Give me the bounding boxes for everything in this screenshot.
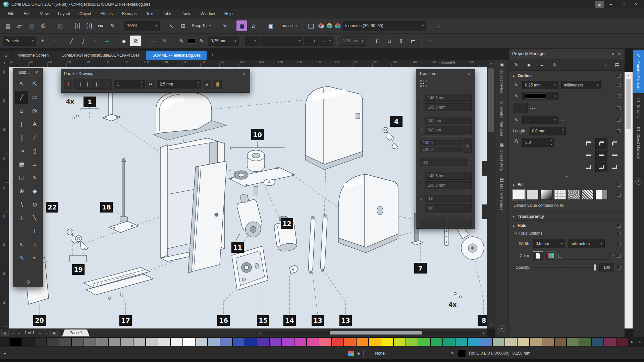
knife-tool[interactable]: ╲ <box>28 212 41 225</box>
size-height-field[interactable]: 105,0 mm <box>425 181 472 189</box>
parallel-right-button[interactable]: +| <box>102 80 111 88</box>
color-swatch[interactable] <box>393 338 406 346</box>
projection-cube-front-icon[interactable] <box>326 22 333 29</box>
property-manager-scrollbar[interactable]: ▴ <box>625 72 633 328</box>
line-end-combo[interactable]: —▾ <box>304 37 318 46</box>
no-color-swatch[interactable] <box>1 338 9 346</box>
transform-tool[interactable]: ◱ <box>15 171 28 184</box>
snap-icon[interactable]: ⊞ <box>178 20 189 31</box>
close-icon[interactable]: ✕ <box>466 71 472 76</box>
fill-uniform-button[interactable] <box>527 190 539 200</box>
color-swatch[interactable] <box>146 338 158 346</box>
trim-icon[interactable]: ⊔ <box>384 36 395 46</box>
color-swatch[interactable] <box>455 338 468 346</box>
color-swatch[interactable] <box>183 338 195 346</box>
outline-checkbox[interactable] <box>617 74 621 78</box>
print-button[interactable]: ⎙ <box>38 20 49 31</box>
part-number-label[interactable]: 17 <box>119 315 132 326</box>
projected-axes-tool[interactable]: ⊕ <box>15 185 28 198</box>
color-swatch[interactable] <box>34 338 47 346</box>
fill-tool[interactable]: ◆ <box>28 185 41 198</box>
add-object-button[interactable]: + <box>425 36 435 46</box>
color-swatch[interactable] <box>591 338 604 346</box>
menu-item[interactable]: Help <box>220 10 237 18</box>
color-swatch[interactable] <box>492 338 505 346</box>
zoom-tool[interactable]: ⊙ <box>28 198 41 211</box>
snap-distance-button[interactable]: ≣ <box>203 80 211 88</box>
color-swatch[interactable] <box>530 338 542 346</box>
color-swatch[interactable] <box>96 338 108 346</box>
object-tool[interactable]: ▯ <box>28 144 41 158</box>
apply-duplicate-button[interactable] <box>420 220 445 227</box>
b-spline-tool[interactable]: ∿ <box>15 238 28 251</box>
close-icon[interactable]: ✕ <box>34 70 40 75</box>
parallel-left-button[interactable]: +| <box>75 80 84 88</box>
parallel-line-tool[interactable]: ∥ <box>15 131 28 144</box>
artistic-pen-tool[interactable]: ✎ <box>15 252 28 265</box>
color-swatch[interactable] <box>517 338 530 346</box>
part-gas-spring[interactable] <box>308 217 316 274</box>
part-drive-housing[interactable] <box>306 86 363 170</box>
part-number-label[interactable]: 22 <box>46 202 58 213</box>
opacity-value[interactable]: 100 <box>599 263 614 272</box>
more-dashes-button[interactable]: ▪▪▪ <box>561 118 565 122</box>
menu-item[interactable]: Object <box>75 10 96 18</box>
line-dash-combo[interactable]: -·-·-▾ <box>260 37 303 46</box>
close-icon[interactable]: ✕ <box>618 51 621 56</box>
anchor-point-selector[interactable] <box>420 80 428 87</box>
scroll-left-icon[interactable]: ◂ <box>257 331 263 335</box>
pin-icon[interactable]: » <box>612 51 614 56</box>
color-swatch[interactable] <box>9 338 22 346</box>
docker-grip[interactable] <box>482 161 487 176</box>
new-style-icon[interactable]: ▤ <box>613 61 621 69</box>
launch-dropdown[interactable]: Launch▾ <box>277 21 299 31</box>
color-swatch[interactable] <box>108 338 121 346</box>
color-swatch[interactable] <box>22 338 34 346</box>
bezier-tool[interactable]: ∫ <box>15 118 28 131</box>
presets-combo[interactable]: Presets...▾ <box>3 37 36 46</box>
color-swatch[interactable] <box>307 338 319 346</box>
part-number-label[interactable]: 10 <box>251 129 264 140</box>
dash-style-combo[interactable]: -·-·-▾ <box>522 116 558 124</box>
outline-width-combo[interactable]: 0,25 mm▾ <box>208 37 239 46</box>
pick-state-icon[interactable]: ↖ <box>166 20 177 31</box>
color-swatch[interactable] <box>170 338 183 346</box>
tab-shaping[interactable]: ❏ Shaping <box>633 95 644 122</box>
color-swatch[interactable] <box>245 338 257 346</box>
rotation-field[interactable]: 0,0 <box>420 159 467 166</box>
expand-section-icon[interactable]: ▾ <box>509 174 625 179</box>
scale-x-field[interactable]: 100,0 <box>420 140 462 145</box>
position-x-field[interactable]: 148,5 mm <box>425 94 472 102</box>
position-y-field[interactable]: 105,0 mm <box>425 103 472 111</box>
length-spinner[interactable]: 0,0 mm ▴▾ <box>529 127 566 135</box>
parallel-distance-spinner[interactable]: 2.5 mm ▴▾ <box>157 80 201 88</box>
part-number-label[interactable]: 4 <box>390 116 402 127</box>
horizontal-ruler[interactable]: 3040506070809010011012013014015016017018… <box>9 60 487 67</box>
part-number-label[interactable]: 18 <box>100 202 113 213</box>
dimension-tool[interactable]: ↔ <box>28 158 41 171</box>
ellipse-tool[interactable]: ◎ <box>28 104 41 117</box>
part-gear-assembly[interactable] <box>229 150 295 195</box>
color-swatch[interactable] <box>369 338 381 346</box>
color-swatch[interactable] <box>604 338 616 346</box>
scroll-thumb[interactable] <box>488 68 494 132</box>
color-swatch[interactable] <box>567 338 579 346</box>
corner-round-button[interactable] <box>595 138 607 149</box>
add-preset-button[interactable]: + <box>37 36 48 46</box>
document-tab[interactable]: CorelDRAWTechnicalSuite2017-EN-PR.des <box>55 51 146 60</box>
color-swatch[interactable] <box>319 338 331 346</box>
color-swatch[interactable] <box>418 338 430 346</box>
add-docker-button[interactable]: + <box>635 178 642 185</box>
part-key[interactable] <box>383 127 398 149</box>
color-swatch[interactable] <box>331 338 344 346</box>
snap-to-dropdown[interactable]: Snap To▾ <box>190 21 213 31</box>
save-button[interactable]: ▥ <box>26 20 37 31</box>
swap-icon[interactable]: ⇄ <box>408 36 418 46</box>
color-swatch[interactable] <box>269 338 282 346</box>
tab-object-manager[interactable]: ▤ Object Manager <box>633 123 644 163</box>
two-point-line-icon[interactable]: ╱ <box>66 36 77 46</box>
remove-preset-button[interactable]: − <box>49 36 60 46</box>
color-swatch[interactable] <box>579 338 591 346</box>
polygon-tool[interactable]: ⌂ <box>15 104 28 117</box>
canvas-horizontal-scrollbar[interactable]: ◂ ▸ <box>257 329 487 336</box>
